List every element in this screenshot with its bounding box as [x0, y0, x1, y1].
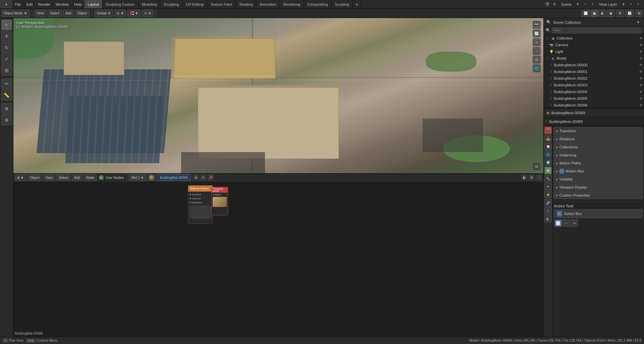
- motion-blur-checkbox[interactable]: ✓: [559, 169, 564, 174]
- tool-measure[interactable]: 📏: [1, 90, 12, 100]
- section-transform-header[interactable]: ▶ Transform: [554, 127, 643, 135]
- viewport-zoom-out[interactable]: −: [533, 47, 541, 55]
- node-sidebar-icon[interactable]: ◧: [521, 175, 527, 181]
- node-add-menu[interactable]: Add: [72, 174, 83, 181]
- section-motion-blur-header[interactable]: ▶ ✓ Motion Blur: [554, 167, 643, 175]
- shading-wireframe[interactable]: ⬜: [581, 10, 590, 17]
- material-pin-icon[interactable]: 📌: [208, 175, 214, 181]
- proportional-toggle[interactable]: ⊙ ▼: [142, 10, 154, 17]
- mesh-1-visibility[interactable]: 👁: [639, 70, 643, 74]
- viewport-rotation-icon[interactable]: 🔄: [533, 29, 541, 38]
- node-select-menu[interactable]: Select: [56, 174, 70, 181]
- tab-uv-editing[interactable]: UV Editing: [183, 0, 207, 8]
- add-menu[interactable]: Add: [63, 10, 74, 17]
- scene-dropdown[interactable]: ▼: [575, 1, 581, 7]
- tab-shading[interactable]: Shading: [236, 0, 256, 8]
- mesh-4-visibility[interactable]: 👁: [639, 90, 643, 94]
- node-view-menu[interactable]: View: [43, 174, 55, 181]
- tab-rendering[interactable]: Rendering: [280, 0, 304, 8]
- object-menu[interactable]: Object: [75, 10, 90, 17]
- snap-toggle[interactable]: 🧲 ▼: [127, 10, 141, 17]
- prop-view-icon[interactable]: 🔲: [544, 143, 552, 150]
- prop-constraints-icon[interactable]: 🔗: [544, 199, 552, 206]
- prop-physics-icon[interactable]: ⚡: [544, 191, 552, 198]
- tab-animation[interactable]: Animation: [256, 0, 280, 8]
- tab-modeling[interactable]: Modeling: [139, 0, 161, 8]
- tab-scripting[interactable]: Scripting: [331, 0, 353, 8]
- tool-add[interactable]: ⊕: [1, 115, 12, 125]
- tool-transform[interactable]: ⊞: [1, 65, 12, 76]
- material-copy-icon[interactable]: ⧉: [193, 175, 199, 181]
- menu-window[interactable]: Window: [53, 0, 71, 8]
- section-instancing-header[interactable]: ▶ Instancing: [554, 151, 643, 159]
- global-space-dropdown[interactable]: Global ▼: [95, 10, 113, 17]
- outliner-mesh-00006[interactable]: ▽ BuildingMesh-00006 👁: [544, 102, 644, 108]
- prop-scene-icon[interactable]: 🌐: [544, 151, 552, 158]
- menu-file[interactable]: File: [12, 0, 24, 8]
- view-layer-dropdown[interactable]: ▼: [621, 1, 627, 7]
- tool-mode-box[interactable]: ⬜: [554, 219, 562, 227]
- mesh-2-visibility[interactable]: 👁: [639, 77, 643, 80]
- shading-render[interactable]: ◉: [607, 10, 615, 17]
- material-unlink-icon[interactable]: ✕: [200, 175, 206, 181]
- slot-dropdown[interactable]: Slot 1 ▼: [129, 174, 146, 181]
- view-menu[interactable]: View: [35, 10, 47, 17]
- material-sphere-icon[interactable]: [148, 174, 156, 181]
- node-editor-mode[interactable]: ⊞ ▼: [15, 174, 26, 181]
- material-name-btn[interactable]: BuildingMat-00089: [157, 174, 191, 181]
- outliner-mesh-00004[interactable]: ▽ BuildingMesh-00004 👁: [544, 88, 644, 95]
- menu-edit[interactable]: Edit: [24, 0, 36, 8]
- node-node-menu[interactable]: Node: [84, 174, 97, 181]
- shading-solid[interactable]: ◼: [591, 10, 598, 17]
- tool-rotate[interactable]: ↻: [1, 42, 12, 53]
- viewport-overlay-toggle[interactable]: ⊞: [635, 10, 643, 17]
- prop-data-icon[interactable]: ▽: [544, 207, 552, 214]
- prop-output-icon[interactable]: 📤: [544, 135, 552, 142]
- outliner-mesh-00003[interactable]: ▽ BuildingMesh-00003 👁: [544, 82, 644, 88]
- render-icon[interactable]: 🎬: [544, 1, 550, 7]
- tab-sculpting[interactable]: Sculpting: [160, 0, 182, 8]
- node-tools-icon[interactable]: ⚙: [529, 175, 535, 181]
- tool-scale[interactable]: ⤢: [1, 54, 12, 64]
- material-node-secondary[interactable]: Principled BSDF ● BSDF: [211, 187, 228, 215]
- object-mode-dropdown[interactable]: Object Mode ▼: [1, 10, 30, 17]
- select-menu[interactable]: Select: [48, 10, 62, 17]
- material-node-main[interactable]: Material Output ● Surface ● Volume ● Dis…: [188, 185, 213, 224]
- outliner-mesh-00002[interactable]: ▽ BuildingMesh-00002 👁: [544, 75, 644, 82]
- viewport-camera-icon[interactable]: 📷: [533, 21, 541, 29]
- section-custom-properties-header[interactable]: ▶ Custom Properties: [554, 192, 643, 199]
- outliner-search-input[interactable]: [552, 27, 642, 33]
- outliner-camera[interactable]: 📷 Camera 👁: [544, 42, 644, 48]
- prop-modifier-icon[interactable]: 🔧: [544, 175, 552, 182]
- prop-object-icon[interactable]: ⊞: [544, 167, 552, 174]
- model-visibility[interactable]: 👁: [639, 57, 643, 60]
- prop-world-icon[interactable]: 🌍: [544, 159, 552, 166]
- light-visibility[interactable]: 👁: [639, 50, 643, 54]
- tab-compositing[interactable]: Compositing: [304, 0, 331, 8]
- tab-add[interactable]: +: [353, 0, 361, 8]
- mesh-3-visibility[interactable]: 👁: [639, 83, 643, 87]
- section-visibility-header[interactable]: ▶ Visibility: [554, 176, 643, 183]
- view-layer-x[interactable]: ×: [635, 1, 641, 7]
- tool-mode-circle[interactable]: ○: [562, 219, 570, 227]
- outliner-mesh-00005[interactable]: ▽ BuildingMesh-00005 👁: [544, 95, 644, 102]
- mesh-6-visibility[interactable]: 👁: [639, 104, 643, 107]
- viewport-gizmo-toggle[interactable]: 🔄: [625, 10, 634, 17]
- viewport-local-icon[interactable]: 🌐: [533, 64, 541, 72]
- camera-visibility[interactable]: 👁: [639, 43, 643, 47]
- viewport-perspective-icon[interactable]: ⊡: [533, 56, 541, 64]
- settings-icon[interactable]: ⚙: [552, 1, 558, 7]
- mesh-0-visibility[interactable]: 👁: [639, 63, 643, 67]
- n-panel-toggle[interactable]: N: [533, 162, 541, 170]
- outliner-scene-collection[interactable]: ✓ ▣ Collection 👁: [544, 35, 644, 42]
- viewport-settings[interactable]: ⚙: [616, 10, 624, 17]
- tab-layout[interactable]: Layout: [85, 0, 103, 8]
- tool-move[interactable]: ✛: [1, 31, 12, 42]
- menu-render[interactable]: Render: [36, 0, 53, 8]
- scene-add[interactable]: +: [582, 1, 588, 7]
- view-layer-add[interactable]: +: [628, 1, 634, 7]
- outliner-model-collection[interactable]: ✓ ▣ Model 👁: [544, 55, 644, 62]
- section-collections-header[interactable]: ▶ Collections: [554, 143, 643, 151]
- tab-texture-paint[interactable]: Texture Paint: [207, 0, 236, 8]
- tool-select[interactable]: ↖: [1, 19, 12, 30]
